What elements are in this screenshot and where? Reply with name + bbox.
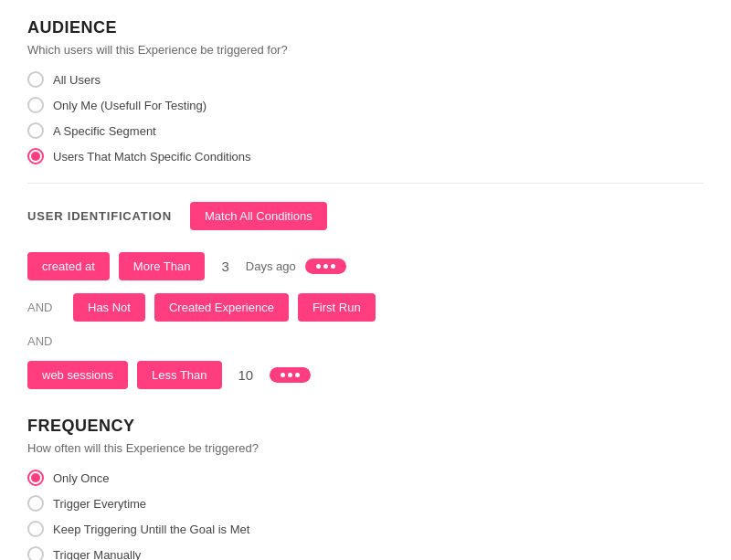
condition-has-not[interactable]: Has Not (73, 293, 145, 322)
radio-circle-only-me (27, 97, 44, 113)
condition-value-3: 3 (214, 259, 236, 274)
dot-3 (331, 264, 335, 269)
radio-circle-match-conditions (27, 148, 44, 164)
audience-section: AUDIENCE Which users will this Experienc… (27, 18, 704, 164)
dot-1 (316, 264, 321, 269)
condition-first-run[interactable]: First Run (298, 293, 376, 322)
radio-label-trigger-manually: Trigger Manually (53, 548, 141, 561)
radio-match-conditions[interactable]: Users That Match Specific Conditions (27, 148, 704, 164)
frequency-title: FREQUENCY (27, 417, 704, 436)
radio-trigger-manually[interactable]: Trigger Manually (27, 546, 704, 560)
radio-label-keep-triggering: Keep Triggering Untill the Goal is Met (53, 523, 249, 536)
radio-keep-triggering[interactable]: Keep Triggering Untill the Goal is Met (27, 521, 704, 537)
condition-row-1: created at More Than 3 Days ago (27, 252, 704, 280)
radio-trigger-everytime[interactable]: Trigger Everytime (27, 495, 704, 512)
radio-label-only-once: Only Once (53, 471, 109, 485)
condition-operator-more-than[interactable]: More Than (119, 252, 206, 280)
condition-dots-button-1[interactable] (305, 259, 346, 274)
radio-only-once[interactable]: Only Once (27, 470, 704, 486)
condition-field-created-at[interactable]: created at (27, 252, 110, 280)
frequency-subtitle: How often will this Experience be trigge… (27, 441, 704, 455)
condition-row-3: AND (27, 334, 704, 348)
condition-unit-days-ago: Days ago (246, 259, 296, 273)
audience-radio-group: All Users Only Me (Usefull For Testing) … (27, 71, 704, 164)
divider (27, 183, 704, 184)
radio-circle-keep-triggering (27, 521, 44, 537)
condition-created-experience[interactable]: Created Experience (154, 293, 289, 322)
radio-label-match-conditions: Users That Match Specific Conditions (53, 150, 251, 164)
dot-2 (323, 264, 328, 269)
condition-row-2: AND Has Not Created Experience First Run (27, 293, 704, 322)
condition-less-than[interactable]: Less Than (137, 361, 221, 389)
user-id-label: USER IDENTIFICATION (27, 209, 172, 223)
audience-subtitle: Which users will this Experience be trig… (27, 43, 704, 57)
condition-web-sessions[interactable]: web sessions (27, 361, 128, 389)
dot-6 (295, 373, 300, 377)
dot-5 (288, 373, 292, 377)
radio-specific-segment[interactable]: A Specific Segment (27, 122, 704, 139)
radio-label-specific-segment: A Specific Segment (53, 124, 156, 138)
radio-circle-all-users (27, 71, 44, 88)
radio-circle-specific-segment (27, 122, 44, 139)
dot-4 (281, 373, 285, 377)
radio-label-only-me: Only Me (Usefull For Testing) (53, 99, 207, 112)
match-all-conditions-button[interactable]: Match All Conditions (190, 202, 327, 230)
radio-label-all-users: All Users (53, 73, 101, 87)
radio-circle-only-once (27, 470, 44, 486)
radio-circle-trigger-everytime (27, 495, 44, 512)
audience-title: AUDIENCE (27, 18, 704, 37)
user-id-header: USER IDENTIFICATION Match All Conditions (27, 202, 704, 230)
radio-label-trigger-everytime: Trigger Everytime (53, 497, 146, 511)
and-label-1: AND (27, 301, 60, 314)
frequency-section: FREQUENCY How often will this Experience… (27, 417, 704, 560)
condition-dots-button-2[interactable] (270, 367, 311, 383)
radio-all-users[interactable]: All Users (27, 71, 704, 88)
condition-value-10: 10 (231, 367, 261, 383)
condition-row-3b: web sessions Less Than 10 (27, 361, 704, 389)
radio-circle-trigger-manually (27, 546, 44, 560)
and-label-2: AND (27, 334, 60, 348)
user-identification-section: USER IDENTIFICATION Match All Conditions… (27, 202, 704, 389)
frequency-radio-group: Only Once Trigger Everytime Keep Trigger… (27, 470, 704, 560)
radio-only-me[interactable]: Only Me (Usefull For Testing) (27, 97, 704, 113)
